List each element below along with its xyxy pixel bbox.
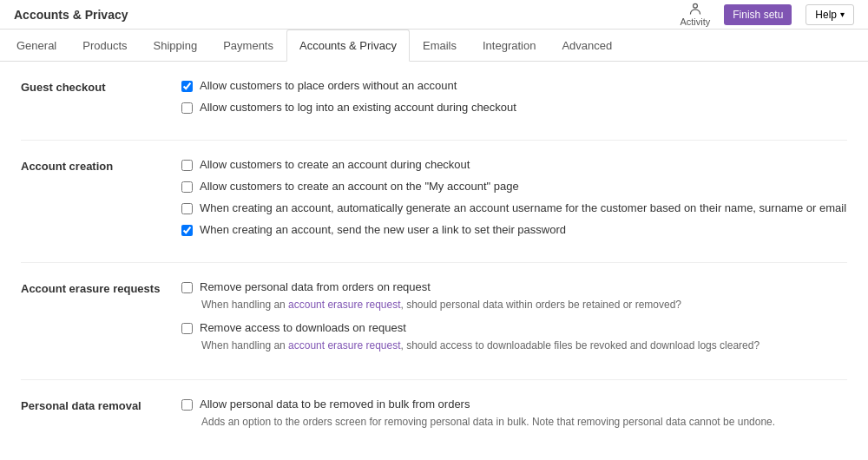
bulk-remove-checkbox[interactable] xyxy=(181,399,193,411)
content-area: Guest checkout Allow customers to place … xyxy=(0,62,868,460)
activity-icon xyxy=(688,2,702,16)
finish-setup-button[interactable]: Finish setu xyxy=(724,4,792,25)
remove-orders-subtext: When handling an account erasure request… xyxy=(181,299,847,311)
place-orders-row[interactable]: Allow customers to place orders without … xyxy=(181,79,847,92)
help-button[interactable]: Help ▾ xyxy=(806,4,854,25)
log-into-checkbox[interactable] xyxy=(181,102,193,114)
guest-checkout-label: Guest checkout xyxy=(21,79,181,94)
bulk-remove-row[interactable]: Allow personal data to be removed in bul… xyxy=(181,398,847,411)
remove-downloads-subtext: When handling an account erasure request… xyxy=(181,339,847,352)
account-creation-section: Account creation Allow customers to crea… xyxy=(21,158,847,245)
bulk-remove-subtext: Adds an option to the orders screen for … xyxy=(181,416,847,428)
log-into-row[interactable]: Allow customers to log into an existing … xyxy=(181,101,847,114)
tabs-bar: General Products Shipping Payments Accou… xyxy=(0,30,868,62)
create-checkout-row[interactable]: Allow customers to create an account dur… xyxy=(181,158,847,171)
send-link-checkbox[interactable] xyxy=(181,225,193,236)
remove-downloads-checkbox[interactable] xyxy=(181,323,193,334)
tab-payments[interactable]: Payments xyxy=(210,30,286,62)
auto-generate-label: When creating an account, automatically … xyxy=(200,201,846,214)
divider-2 xyxy=(21,262,847,263)
send-link-label: When creating an account, send the new u… xyxy=(200,223,566,236)
tab-integration[interactable]: Integration xyxy=(470,30,549,62)
create-my-account-row[interactable]: Allow customers to create an account on … xyxy=(181,180,847,193)
account-creation-label: Account creation xyxy=(21,158,181,173)
bulk-remove-label: Allow personal data to be removed in bul… xyxy=(200,398,470,411)
personal-data-options: Allow personal data to be removed in bul… xyxy=(181,398,847,428)
guest-checkout-options: Allow customers to place orders without … xyxy=(181,79,847,122)
create-checkout-label: Allow customers to create an account dur… xyxy=(200,158,470,171)
send-link-row[interactable]: When creating an account, send the new u… xyxy=(181,223,847,236)
erasure-request-link-2[interactable]: account erasure request xyxy=(288,339,400,352)
remove-orders-row[interactable]: Remove personal data from orders on requ… xyxy=(181,280,847,293)
erasure-request-link-1[interactable]: account erasure request xyxy=(288,299,400,311)
auto-generate-checkbox[interactable] xyxy=(181,203,193,214)
activity-button[interactable]: Activity xyxy=(680,2,710,27)
tab-emails[interactable]: Emails xyxy=(410,30,470,62)
divider-1 xyxy=(21,140,847,141)
account-erasure-section: Account erasure requests Remove personal… xyxy=(21,280,847,362)
tab-shipping[interactable]: Shipping xyxy=(141,30,211,62)
personal-data-section: Personal data removal Allow personal dat… xyxy=(21,398,847,428)
tab-products[interactable]: Products xyxy=(69,30,140,62)
create-checkout-checkbox[interactable] xyxy=(181,160,193,171)
account-erasure-options: Remove personal data from orders on requ… xyxy=(181,280,847,362)
log-into-label: Allow customers to log into an existing … xyxy=(200,101,516,114)
chevron-down-icon: ▾ xyxy=(840,10,845,19)
guest-checkout-section: Guest checkout Allow customers to place … xyxy=(21,79,847,122)
account-erasure-label: Account erasure requests xyxy=(21,280,181,295)
page-title-top: Accounts & Privacy xyxy=(14,8,128,22)
remove-downloads-label: Remove access to downloads on request xyxy=(200,321,406,334)
tab-advanced[interactable]: Advanced xyxy=(549,30,625,62)
divider-3 xyxy=(21,379,847,380)
svg-point-0 xyxy=(693,3,697,8)
tab-accounts-privacy[interactable]: Accounts & Privacy xyxy=(286,30,410,62)
create-my-account-checkbox[interactable] xyxy=(181,181,193,193)
place-orders-checkbox[interactable] xyxy=(181,81,193,92)
personal-data-label: Personal data removal xyxy=(21,398,181,412)
remove-orders-label: Remove personal data from orders on requ… xyxy=(200,280,431,293)
place-orders-label: Allow customers to place orders without … xyxy=(200,79,457,92)
auto-generate-row[interactable]: When creating an account, automatically … xyxy=(181,201,847,214)
remove-orders-checkbox[interactable] xyxy=(181,282,193,293)
account-creation-options: Allow customers to create an account dur… xyxy=(181,158,847,245)
remove-downloads-row[interactable]: Remove access to downloads on request xyxy=(181,321,847,334)
create-my-account-label: Allow customers to create an account on … xyxy=(200,180,519,193)
tab-general[interactable]: General xyxy=(3,30,69,62)
